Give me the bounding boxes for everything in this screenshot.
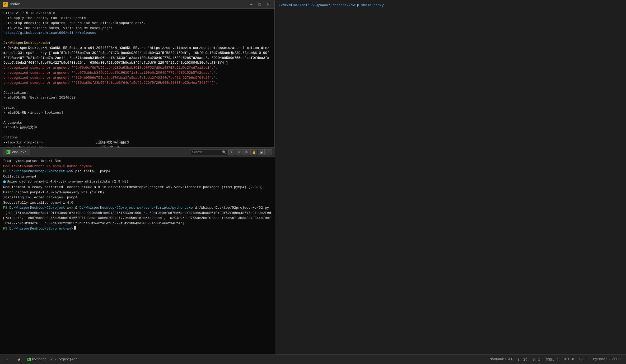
desc-value: N_m3u8DL-RE (Beta version) 20240630 <box>3 95 271 100</box>
search-input[interactable] <box>190 149 227 155</box>
statusbar: + ∨ Py Python: 52 - 52project MacCode: A… <box>0 354 626 364</box>
cmd-line-4: Collecting pymp4 <box>3 174 272 179</box>
toolbar-buttons: + ▾ ⧉ 🔒 ▣ ☰ <box>228 149 272 155</box>
cmd-tab[interactable]: C cmd.exe <box>3 149 30 155</box>
blue-dot-icon <box>3 180 6 183</box>
cmd-line-8: Installing collected packages: pymp4 <box>3 195 272 200</box>
cmd-line-11: ['ccbf5fb4c2965be7aa130ffb3ba9fd73:9cc0c… <box>3 211 272 226</box>
space-status: 空格: 4 <box>545 357 558 362</box>
desc-label: Description: <box>3 91 271 96</box>
statusbar-right: MacCode: AI 行 26 列 1 空格: 4 UTF-8 CRLF Py… <box>490 357 622 362</box>
chevron-terminal-button[interactable]: ∨ <box>16 357 22 362</box>
toolbar-plus-btn[interactable]: + <box>228 149 235 155</box>
cmder-titlebar: C Cmder ─ □ ✕ <box>0 0 274 9</box>
toolbar-menu-btn[interactable]: ☰ <box>265 149 272 155</box>
search-bar: 🔍 + ▾ ⧉ 🔒 ▣ ☰ <box>190 149 272 155</box>
minimize-button[interactable]: ─ <box>247 2 255 7</box>
option-1: --tmp-dir <tmp-dir> 设置临时文件存储目录 <box>3 140 271 145</box>
args-label: Arguments: <box>3 120 271 125</box>
right-panel-content: /VNkZmFsa3IzaioCSEQyAA==","https://cwip-… <box>275 0 626 11</box>
cmd-line-1: from pymp4.parser import Box <box>3 158 272 164</box>
cmd-line-3: PS D:\WhisperDesktop\52project-wv> pip i… <box>3 169 272 174</box>
usage-value: N_m3u8DL-RE <input> [options] <box>3 110 271 115</box>
crlf-status: CRLF <box>580 357 588 362</box>
toolbar-split-btn[interactable]: ⧉ <box>243 149 250 155</box>
python-status: Py Python: 52 - 52project <box>27 357 78 361</box>
encoding-status: UTF-8 <box>564 357 574 362</box>
error-line-1: Unrecognized command or argument ''9bf0e… <box>3 66 271 71</box>
cmder-content: Clink v1.7.5 is available. - To apply th… <box>0 9 274 148</box>
orange-dot-icon <box>3 217 4 220</box>
cmd-line-7: Using cached pymp4-1.4.0-py3-none-any.wh… <box>3 190 272 195</box>
args-input: <input> 链接或文件 <box>3 125 271 130</box>
toolbar-grid-btn[interactable]: ▣ <box>258 149 265 155</box>
cmd-line-2: ModuleNotFoundError: No module named 'py… <box>3 164 272 169</box>
lang-status: Python: 3.11.1 <box>593 357 622 362</box>
toolbar-chevron-btn[interactable]: ▾ <box>236 149 242 155</box>
cmder-window: C Cmder ─ □ ✕ Clink v1.7.5 is available.… <box>0 0 275 148</box>
svg-text:C: C <box>7 151 8 154</box>
search-input-wrap: 🔍 <box>190 149 227 155</box>
svg-text:Py: Py <box>28 358 31 361</box>
command-line: λ D:\WhisperDesktop\N_m3u8DL-RE_Beta_win… <box>3 46 271 66</box>
python-label: Python: 52 - 52project <box>32 357 78 361</box>
cmd-content: from pymp4.parser import Box ModuleNotFo… <box>0 157 275 364</box>
error-line-2: Unrecognized command or argument ''eb676… <box>3 71 271 76</box>
cmder-icon: C <box>3 2 8 7</box>
search-magnifier-icon: 🔍 <box>222 150 226 154</box>
cmd-titlebar: C cmd.exe 🔍 + ▾ ⧉ 🔒 ▣ ☰ <box>0 147 275 157</box>
clink-line4: https://github.com/chrisant996/clink/rel… <box>3 31 271 36</box>
cmd-line-12: PS D:\WhisperDesktop\52project-wv> <box>3 226 272 231</box>
cmd-line-5: Using cached pymp4-1.4.0-py3-none-any.wh… <box>3 179 272 185</box>
maccode-status: MacCode: AI <box>490 357 512 362</box>
clink-notice: Clink v1.7.5 is available. <box>3 11 271 16</box>
restore-button[interactable]: □ <box>256 2 263 7</box>
cmd-line-10: PS D:\WhisperDesktop\52project-wv> & D:/… <box>3 205 272 211</box>
clink-line2: - To stop checking for updates, run 'cli… <box>3 21 271 26</box>
cmd-line-9: Successfully installed pymp4-1.4.0 <box>3 200 272 206</box>
options-label: Options: <box>3 135 271 140</box>
cmd-line-6: Requirement already satisfied: construct… <box>3 185 272 190</box>
toolbar-lock-btn[interactable]: 🔒 <box>250 149 257 155</box>
prompt-dir: D:\WhisperDesktop\cmder <box>3 41 271 46</box>
col-status: 列 1 <box>533 357 540 362</box>
error-line-4: Unrecognized command or argument ''639da… <box>3 81 271 86</box>
right-panel: /VNkZmFsa3IzaioCSEQyAA==","https://cwip-… <box>275 0 626 364</box>
right-panel-text: /VNkZmFsa3IzaioCSEQyAA==","https://cwip-… <box>279 3 384 7</box>
python-icon: Py <box>27 358 31 361</box>
cmd-tab-label: cmd.exe <box>12 150 27 154</box>
close-button[interactable]: ✕ <box>264 2 272 7</box>
cmder-title: Cmder <box>10 2 247 6</box>
cmd-tab-icon: C <box>6 150 11 154</box>
line-status: 行 26 <box>518 357 527 362</box>
clink-line3: - To view the release notes, visit the R… <box>3 26 271 31</box>
usage-label: Usage: <box>3 105 271 110</box>
window-controls: ─ □ ✕ <box>247 2 272 7</box>
new-terminal-button[interactable]: + <box>4 357 10 362</box>
cmd-window: C cmd.exe 🔍 + ▾ ⧉ 🔒 ▣ ☰ from pymp4.parse… <box>0 147 275 364</box>
error-line-3: Unrecognized command or argument ''0294b… <box>3 76 271 81</box>
clink-line1: - To apply the update, run 'clink update… <box>3 16 271 21</box>
